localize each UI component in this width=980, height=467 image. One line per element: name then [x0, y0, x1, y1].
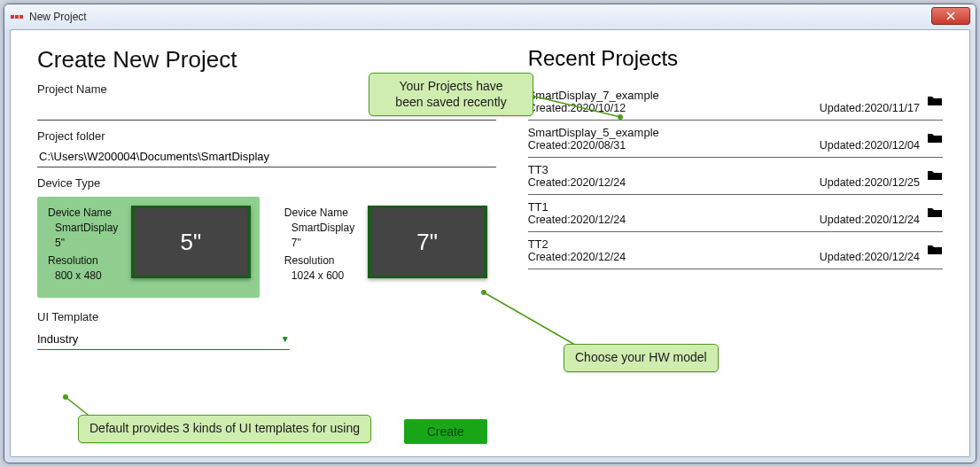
app-icon [10, 10, 24, 24]
recent-item-updated: Updated:2020/12/24 [820, 214, 920, 226]
window-title: New Project [29, 11, 87, 23]
device-screen-icon: 7" [368, 206, 487, 278]
device-card-5in[interactable]: Device Name SmartDisplay 5" Resolution 8… [37, 197, 260, 298]
folder-icon[interactable] [927, 243, 943, 259]
folder-icon[interactable] [927, 131, 943, 147]
recent-item-name: TT2 [528, 237, 920, 251]
folder-icon[interactable] [927, 168, 943, 184]
svg-line-3 [532, 96, 620, 117]
callout-recent-projects: Your Projects have been saved recently [369, 73, 533, 116]
project-folder-input[interactable] [37, 144, 496, 167]
project-folder-label: Project folder [37, 129, 496, 143]
chevron-down-icon: ▼ [281, 334, 290, 344]
ui-template-value: Industry [37, 332, 78, 346]
close-button[interactable] [931, 7, 970, 25]
recent-item-updated: Updated:2020/12/04 [820, 139, 920, 152]
callout-hw-model: Choose your HW model [564, 344, 719, 372]
page-title: Create New Project [37, 46, 496, 74]
svg-rect-0 [11, 15, 14, 19]
device-res-value: 800 x 480 [55, 269, 122, 284]
recent-item[interactable]: TT3Created:2020/12/24Updated:2020/12/25 [528, 158, 943, 195]
recent-item-created: Created:2020/12/24 [528, 214, 626, 226]
recent-item-updated: Updated:2020/12/24 [820, 251, 920, 263]
device-name-label: Device Name [48, 206, 122, 221]
device-type-label: Device Type [37, 176, 496, 190]
recent-heading: Recent Projects [528, 46, 943, 71]
device-name-label: Device Name [284, 206, 359, 221]
recent-item[interactable]: TT1Created:2020/12/24Updated:2020/12/24 [528, 195, 943, 232]
folder-icon[interactable] [927, 206, 943, 222]
titlebar[interactable]: New Project [4, 4, 976, 29]
ui-template-select[interactable]: Industry ▼ [37, 329, 290, 350]
device-name-value: SmartDisplay 7" [292, 221, 359, 251]
recent-item-updated: Updated:2020/11/17 [820, 102, 920, 114]
recent-item-updated: Updated:2020/12/25 [820, 176, 920, 189]
recent-item-name: TT1 [528, 200, 920, 214]
svg-point-8 [63, 394, 68, 400]
svg-rect-1 [15, 15, 19, 19]
recent-item-name: TT3 [528, 163, 920, 176]
device-type-row: Device Name SmartDisplay 5" Resolution 8… [37, 197, 496, 298]
recent-item-created: Created:2020/08/31 [528, 139, 626, 152]
device-screen-icon: 5" [131, 206, 251, 278]
recent-item[interactable]: TT2Created:2020/12/24Updated:2020/12/24 [528, 232, 943, 269]
recent-item-name: SmartDisplay_5_example [528, 126, 920, 139]
device-res-label: Resolution [284, 253, 359, 269]
device-res-value: 1024 x 600 [292, 269, 359, 284]
device-card-7in[interactable]: Device Name SmartDisplay 7" Resolution 1… [274, 197, 496, 298]
folder-icon[interactable] [927, 94, 943, 110]
ui-template-label: UI Template [37, 310, 496, 323]
callout-arrow [532, 89, 629, 128]
device-name-value: SmartDisplay 5" [55, 221, 122, 251]
svg-rect-2 [19, 15, 23, 19]
callout-ui-templates: Default provides 3 kinds of UI templates… [78, 415, 371, 443]
svg-point-4 [618, 114, 623, 120]
recent-item-created: Created:2020/12/24 [528, 176, 626, 189]
create-button[interactable]: Create [404, 419, 487, 444]
recent-item-created: Created:2020/12/24 [528, 251, 626, 263]
device-res-label: Resolution [48, 253, 122, 269]
svg-point-6 [481, 290, 486, 295]
